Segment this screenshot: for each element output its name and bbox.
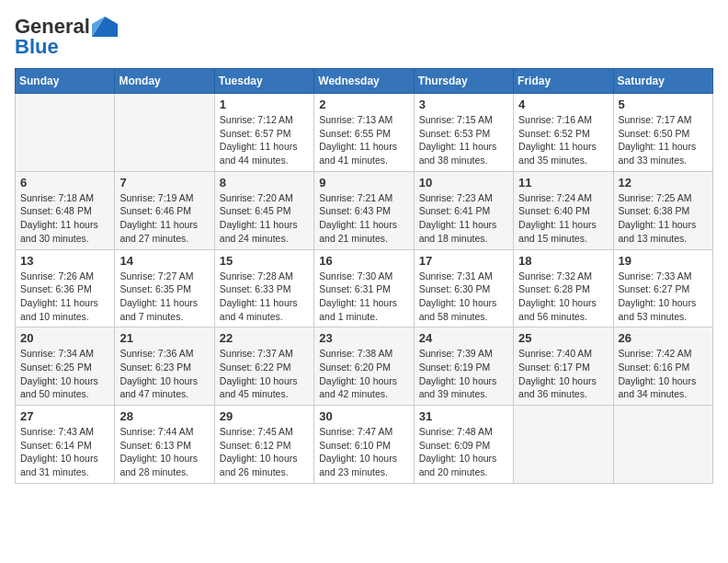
day-info: Sunrise: 7:47 AMSunset: 6:10 PMDaylight:… [319, 425, 408, 479]
logo: General Blue [15, 15, 118, 59]
day-info: Sunrise: 7:31 AMSunset: 6:30 PMDaylight:… [419, 270, 508, 324]
day-info: Sunrise: 7:12 AMSunset: 6:57 PMDaylight:… [220, 113, 309, 167]
calendar-cell: 29Sunrise: 7:45 AMSunset: 6:12 PMDayligh… [214, 406, 313, 484]
day-number: 26 [619, 331, 708, 345]
calendar-cell: 28Sunrise: 7:44 AMSunset: 6:13 PMDayligh… [115, 406, 214, 484]
day-info: Sunrise: 7:38 AMSunset: 6:20 PMDaylight:… [319, 347, 408, 401]
day-number: 20 [20, 331, 109, 345]
day-info: Sunrise: 7:15 AMSunset: 6:53 PMDaylight:… [419, 113, 508, 167]
day-info: Sunrise: 7:40 AMSunset: 6:17 PMDaylight:… [518, 347, 608, 401]
calendar-cell: 23Sunrise: 7:38 AMSunset: 6:20 PMDayligh… [314, 327, 414, 406]
calendar-cell: 5Sunrise: 7:17 AMSunset: 6:50 PMDaylight… [613, 94, 712, 172]
day-number: 18 [518, 254, 608, 268]
calendar-cell: 19Sunrise: 7:33 AMSunset: 6:27 PMDayligh… [613, 249, 712, 327]
calendar-cell: 7Sunrise: 7:19 AMSunset: 6:46 PMDaylight… [115, 171, 214, 249]
day-number: 1 [220, 98, 309, 111]
calendar-cell: 6Sunrise: 7:18 AMSunset: 6:48 PMDaylight… [16, 171, 115, 249]
calendar-cell: 15Sunrise: 7:28 AMSunset: 6:33 PMDayligh… [214, 249, 313, 327]
calendar-table: SundayMondayTuesdayWednesdayThursdayFrid… [15, 68, 713, 484]
calendar-cell: 2Sunrise: 7:13 AMSunset: 6:55 PMDaylight… [314, 94, 414, 172]
calendar-cell: 27Sunrise: 7:43 AMSunset: 6:14 PMDayligh… [16, 406, 115, 484]
weekday-header-row: SundayMondayTuesdayWednesdayThursdayFrid… [16, 69, 713, 94]
calendar-week-row: 6Sunrise: 7:18 AMSunset: 6:48 PMDaylight… [16, 171, 713, 249]
day-number: 22 [220, 331, 309, 345]
day-number: 2 [319, 98, 408, 111]
calendar-cell: 10Sunrise: 7:23 AMSunset: 6:41 PMDayligh… [414, 171, 513, 249]
calendar-cell: 1Sunrise: 7:12 AMSunset: 6:57 PMDaylight… [214, 94, 313, 172]
calendar-cell: 8Sunrise: 7:20 AMSunset: 6:45 PMDaylight… [214, 171, 313, 249]
day-info: Sunrise: 7:27 AMSunset: 6:35 PMDaylight:… [119, 270, 209, 324]
day-number: 15 [220, 254, 309, 268]
day-info: Sunrise: 7:13 AMSunset: 6:55 PMDaylight:… [319, 113, 408, 167]
day-info: Sunrise: 7:18 AMSunset: 6:48 PMDaylight:… [20, 191, 109, 246]
day-info: Sunrise: 7:17 AMSunset: 6:50 PMDaylight:… [619, 113, 708, 167]
day-number: 27 [20, 409, 109, 423]
day-number: 7 [119, 176, 209, 190]
weekday-header-thursday: Thursday [414, 69, 513, 94]
day-number: 14 [119, 254, 209, 268]
calendar-cell: 25Sunrise: 7:40 AMSunset: 6:17 PMDayligh… [514, 327, 613, 406]
day-number: 12 [619, 176, 708, 190]
calendar-week-row: 27Sunrise: 7:43 AMSunset: 6:14 PMDayligh… [16, 406, 713, 484]
weekday-header-saturday: Saturday [613, 69, 712, 94]
day-number: 10 [419, 176, 508, 190]
calendar-cell: 22Sunrise: 7:37 AMSunset: 6:22 PMDayligh… [214, 327, 313, 406]
calendar-cell: 14Sunrise: 7:27 AMSunset: 6:35 PMDayligh… [115, 249, 214, 327]
calendar-cell: 12Sunrise: 7:25 AMSunset: 6:38 PMDayligh… [613, 171, 712, 249]
weekday-header-friday: Friday [514, 69, 613, 94]
day-info: Sunrise: 7:16 AMSunset: 6:52 PMDaylight:… [518, 113, 608, 167]
calendar-cell: 4Sunrise: 7:16 AMSunset: 6:52 PMDaylight… [514, 94, 613, 172]
calendar-cell: 16Sunrise: 7:30 AMSunset: 6:31 PMDayligh… [314, 249, 414, 327]
day-info: Sunrise: 7:37 AMSunset: 6:22 PMDaylight:… [220, 347, 309, 401]
calendar-week-row: 20Sunrise: 7:34 AMSunset: 6:25 PMDayligh… [16, 327, 713, 406]
day-number: 24 [419, 331, 508, 345]
weekday-header-wednesday: Wednesday [314, 69, 414, 94]
day-number: 4 [518, 98, 608, 111]
calendar-week-row: 13Sunrise: 7:26 AMSunset: 6:36 PMDayligh… [16, 249, 713, 327]
day-info: Sunrise: 7:19 AMSunset: 6:46 PMDaylight:… [119, 191, 209, 246]
day-info: Sunrise: 7:42 AMSunset: 6:16 PMDaylight:… [619, 347, 708, 401]
day-number: 28 [119, 409, 209, 423]
day-info: Sunrise: 7:32 AMSunset: 6:28 PMDaylight:… [518, 270, 608, 324]
weekday-header-tuesday: Tuesday [214, 69, 313, 94]
calendar-cell: 20Sunrise: 7:34 AMSunset: 6:25 PMDayligh… [16, 327, 115, 406]
day-info: Sunrise: 7:34 AMSunset: 6:25 PMDaylight:… [20, 347, 109, 401]
day-info: Sunrise: 7:25 AMSunset: 6:38 PMDaylight:… [619, 191, 708, 246]
calendar-cell: 24Sunrise: 7:39 AMSunset: 6:19 PMDayligh… [414, 327, 513, 406]
day-number: 25 [518, 331, 608, 345]
day-number: 13 [20, 254, 109, 268]
day-info: Sunrise: 7:33 AMSunset: 6:27 PMDaylight:… [619, 270, 708, 324]
day-info: Sunrise: 7:28 AMSunset: 6:33 PMDaylight:… [220, 270, 309, 324]
day-info: Sunrise: 7:36 AMSunset: 6:23 PMDaylight:… [119, 347, 209, 401]
day-number: 9 [319, 176, 408, 190]
day-number: 17 [419, 254, 508, 268]
day-info: Sunrise: 7:20 AMSunset: 6:45 PMDaylight:… [220, 191, 309, 246]
calendar-week-row: 1Sunrise: 7:12 AMSunset: 6:57 PMDaylight… [16, 94, 713, 172]
weekday-header-sunday: Sunday [16, 69, 115, 94]
day-number: 6 [20, 176, 109, 190]
day-info: Sunrise: 7:45 AMSunset: 6:12 PMDaylight:… [220, 425, 309, 479]
day-number: 31 [419, 409, 508, 423]
calendar-cell [115, 94, 214, 172]
day-number: 11 [518, 176, 608, 190]
calendar-cell: 13Sunrise: 7:26 AMSunset: 6:36 PMDayligh… [16, 249, 115, 327]
logo-blue-text: Blue [15, 35, 59, 59]
calendar-cell: 30Sunrise: 7:47 AMSunset: 6:10 PMDayligh… [314, 406, 414, 484]
calendar-cell: 31Sunrise: 7:48 AMSunset: 6:09 PMDayligh… [414, 406, 513, 484]
day-info: Sunrise: 7:26 AMSunset: 6:36 PMDaylight:… [20, 270, 109, 324]
calendar-cell: 26Sunrise: 7:42 AMSunset: 6:16 PMDayligh… [613, 327, 712, 406]
day-info: Sunrise: 7:23 AMSunset: 6:41 PMDaylight:… [419, 191, 508, 246]
page-header: General Blue [15, 15, 713, 59]
day-number: 23 [319, 331, 408, 345]
day-info: Sunrise: 7:43 AMSunset: 6:14 PMDaylight:… [20, 425, 109, 479]
day-number: 19 [619, 254, 708, 268]
calendar-cell: 17Sunrise: 7:31 AMSunset: 6:30 PMDayligh… [414, 249, 513, 327]
day-info: Sunrise: 7:39 AMSunset: 6:19 PMDaylight:… [419, 347, 508, 401]
logo-icon [92, 17, 118, 37]
calendar-cell: 18Sunrise: 7:32 AMSunset: 6:28 PMDayligh… [514, 249, 613, 327]
day-info: Sunrise: 7:24 AMSunset: 6:40 PMDaylight:… [518, 191, 608, 246]
day-number: 8 [220, 176, 309, 190]
day-number: 21 [119, 331, 209, 345]
calendar-cell [514, 406, 613, 484]
day-info: Sunrise: 7:48 AMSunset: 6:09 PMDaylight:… [419, 425, 508, 479]
